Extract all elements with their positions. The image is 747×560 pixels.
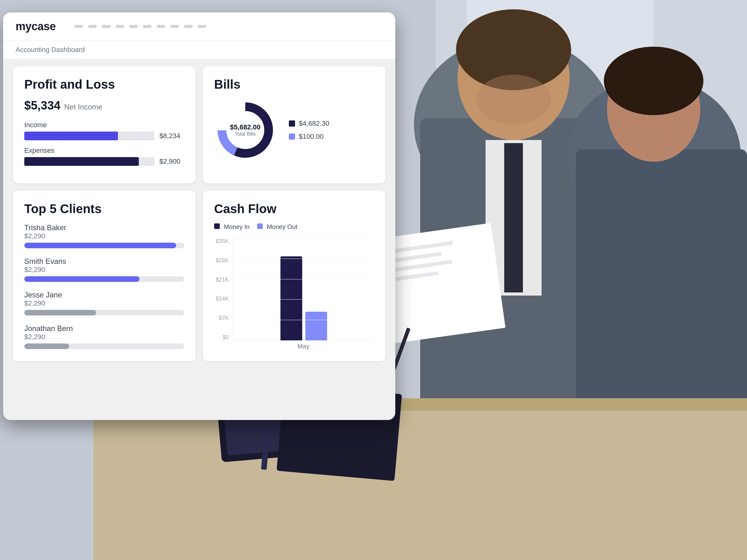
legend-color-in bbox=[214, 223, 220, 229]
net-income-amount: $5,334 bbox=[24, 99, 60, 112]
income-bar-fill bbox=[24, 132, 118, 140]
client-name-0: Trisha Baker bbox=[24, 223, 184, 232]
nav-dot-8 bbox=[170, 25, 179, 28]
legend-value-2: $100.00 bbox=[299, 133, 324, 141]
expenses-bar-section: Expenses $2,900 bbox=[24, 146, 184, 166]
expenses-bar-row: $2,900 bbox=[24, 157, 184, 166]
client-item-1: Smith Evans $2,290 bbox=[24, 257, 184, 282]
cashflow-legend: Money In Money Out bbox=[214, 223, 374, 231]
client-name-2: Jesse Jane bbox=[24, 291, 184, 299]
nav-dot-5 bbox=[129, 25, 138, 28]
expenses-label: Expenses bbox=[24, 146, 184, 155]
net-income-label: Net Income bbox=[64, 103, 102, 111]
y-label-1: $7K bbox=[214, 315, 229, 321]
nav-dot-6 bbox=[143, 25, 152, 28]
nav-dots bbox=[74, 25, 206, 28]
chart-wrapper: $0 $7K $14K $21K $28K $35K bbox=[214, 238, 374, 350]
legend-item-2: $100.00 bbox=[289, 133, 329, 141]
income-label: Income bbox=[24, 121, 184, 129]
client-name-1: Smith Evans bbox=[24, 257, 184, 266]
nav-dot-3 bbox=[102, 25, 110, 28]
bills-card: Bills $5,682.00 Total Bills bbox=[203, 66, 385, 183]
expenses-bar-track bbox=[24, 157, 154, 166]
top-bar: mycase bbox=[3, 12, 395, 41]
client-amount-2: $2,290 bbox=[24, 299, 184, 308]
client-bar-fill-2 bbox=[24, 310, 96, 316]
top-clients-card: Top 5 Clients Trisha Baker $2,290 Smith … bbox=[13, 191, 196, 361]
top-clients-title: Top 5 Clients bbox=[24, 202, 184, 216]
chart-area bbox=[233, 238, 374, 341]
profit-loss-card: Profit and Loss $5,334 Net Income Income… bbox=[13, 66, 196, 183]
client-item-3: Jonathan Bern $2,290 bbox=[24, 324, 184, 349]
dashboard-content: Profit and Loss $5,334 Net Income Income… bbox=[3, 59, 395, 369]
grid-line-3 bbox=[233, 299, 374, 300]
svg-point-13 bbox=[604, 47, 703, 115]
income-bar-row: $8,234 bbox=[24, 132, 184, 140]
client-item-2: Jesse Jane $2,290 bbox=[24, 291, 184, 316]
client-amount-3: $2,290 bbox=[24, 333, 184, 341]
net-income-row: $5,334 Net Income bbox=[24, 99, 184, 112]
clients-list: Trisha Baker $2,290 Smith Evans $2,290 J… bbox=[24, 223, 184, 349]
donut-amount: $5,682.00 bbox=[230, 123, 260, 131]
client-bar-track-0 bbox=[24, 243, 184, 248]
nav-dot-7 bbox=[157, 25, 165, 28]
donut-chart: $5,682.00 Total Bills bbox=[214, 99, 276, 161]
y-label-0: $0 bbox=[214, 334, 229, 341]
client-bar-track-3 bbox=[24, 344, 184, 349]
svg-rect-6 bbox=[504, 143, 523, 292]
nav-dot-4 bbox=[115, 25, 124, 28]
grid-line-1 bbox=[233, 259, 374, 259]
donut-center: $5,682.00 Total Bills bbox=[230, 123, 260, 137]
legend-dot-dark bbox=[289, 121, 295, 127]
bar-money-in bbox=[280, 256, 302, 340]
bills-legend: $4,682.30 $100.00 bbox=[289, 119, 329, 141]
grid-line-2 bbox=[233, 279, 374, 279]
svg-rect-20 bbox=[93, 404, 747, 560]
nav-dot-1 bbox=[74, 25, 83, 28]
bills-title: Bills bbox=[214, 77, 374, 91]
client-amount-0: $2,290 bbox=[24, 232, 184, 240]
expenses-value: $2,900 bbox=[159, 157, 184, 165]
nav-dot-9 bbox=[184, 25, 193, 28]
income-value: $8,234 bbox=[159, 132, 184, 140]
income-bar-section: Income $8,234 bbox=[24, 121, 184, 140]
bar-money-out bbox=[305, 312, 327, 340]
nav-dot-10 bbox=[198, 25, 206, 28]
client-amount-1: $2,290 bbox=[24, 266, 184, 274]
y-label-2: $14K bbox=[214, 296, 229, 302]
svg-point-9 bbox=[476, 75, 551, 125]
legend-color-out bbox=[257, 223, 263, 229]
y-axis: $0 $7K $14K $21K $28K $35K bbox=[214, 238, 231, 341]
income-bar-track bbox=[24, 132, 154, 140]
cash-flow-title: Cash Flow bbox=[214, 202, 374, 216]
y-label-5: $35K bbox=[214, 238, 229, 244]
profit-loss-title: Profit and Loss bbox=[24, 77, 184, 91]
client-item-0: Trisha Baker $2,290 bbox=[24, 223, 184, 248]
expenses-bar-fill bbox=[24, 157, 139, 166]
client-bar-track-1 bbox=[24, 276, 184, 282]
breadcrumb: Accounting Dashboard bbox=[3, 41, 395, 59]
legend-label-in: Money In bbox=[224, 223, 250, 230]
client-bar-fill-3 bbox=[24, 344, 69, 349]
grid-line-0 bbox=[233, 238, 374, 238]
legend-money-in: Money In bbox=[214, 223, 250, 231]
logo: mycase bbox=[16, 20, 56, 33]
donut-label: Total Bills bbox=[230, 131, 260, 137]
y-label-4: $28K bbox=[214, 257, 229, 264]
x-label: May bbox=[233, 343, 374, 350]
client-bar-fill-1 bbox=[24, 276, 139, 282]
y-label-3: $21K bbox=[214, 276, 229, 283]
client-name-3: Jonathan Bern bbox=[24, 324, 184, 333]
bills-content: $5,682.00 Total Bills $4,682.30 $100.00 bbox=[214, 99, 374, 161]
grid-line-4 bbox=[233, 320, 374, 320]
nav-dot-2 bbox=[88, 25, 97, 28]
legend-label-out: Money Out bbox=[267, 223, 297, 230]
bars-container bbox=[233, 238, 374, 340]
cash-flow-card: Cash Flow Money In Money Out $0 $7K $1 bbox=[203, 191, 385, 361]
legend-item-1: $4,682.30 bbox=[289, 119, 329, 128]
client-bar-track-2 bbox=[24, 310, 184, 316]
legend-money-out: Money Out bbox=[257, 223, 297, 231]
client-bar-fill-0 bbox=[24, 243, 176, 248]
legend-dot-light bbox=[289, 133, 295, 140]
dashboard-overlay: mycase Accounting Dashboard Profit and L… bbox=[3, 12, 395, 420]
